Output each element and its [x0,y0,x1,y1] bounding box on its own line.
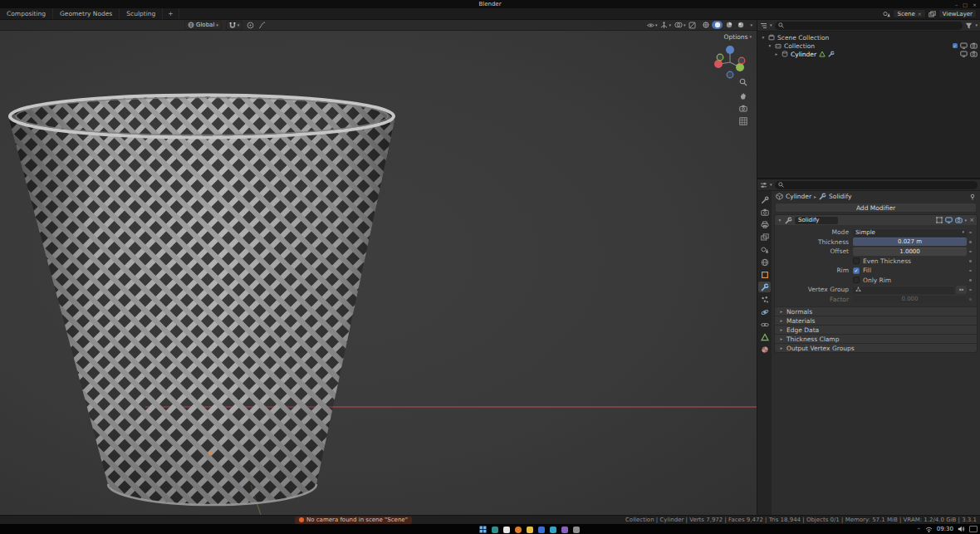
properties-tab-object[interactable] [758,269,771,280]
modifier-extras-dropdown[interactable]: ▾ [965,218,968,223]
offset-field[interactable]: 1.0000 [853,247,967,256]
workspace-tab-sculpting[interactable]: Sculpting [120,8,163,19]
taskbar-app-icon[interactable] [573,527,580,533]
properties-search-input[interactable] [775,181,978,189]
transform-orientation-dropdown[interactable]: Global ▾ [184,21,222,30]
properties-editor-icon[interactable] [760,182,767,189]
modifier-header[interactable]: ▾ Solidify ▾ × [775,215,977,225]
viewport-camera-view-icon[interactable] [739,105,747,112]
properties-tab-scene[interactable] [758,244,771,255]
tray-expand-caret[interactable]: ^ [917,527,921,532]
modifier-expand-arrow[interactable]: ▾ [777,218,782,223]
properties-tab-view-layer[interactable] [758,232,771,243]
volume-icon[interactable] [958,526,965,532]
decorator-dot[interactable] [967,232,974,234]
properties-tab-constraints[interactable] [758,319,771,330]
section-edge-data[interactable]: ▸Edge Data [775,325,977,334]
taskbar-app-icon[interactable] [550,527,556,533]
vertex-group-field[interactable] [853,286,954,294]
disable-in-render-icon[interactable] [970,51,978,57]
overlays-dropdown[interactable]: ▾ [674,22,686,28]
view-layer-selector[interactable]: ViewLayer [938,9,977,18]
thickness-field[interactable]: 0.027 m [853,238,967,246]
outliner-search-input[interactable] [775,22,963,30]
shading-solid-icon[interactable] [712,21,723,29]
realtime-toggle-icon[interactable] [945,217,953,223]
properties-tab-tool[interactable] [758,194,771,205]
taskbar-app-icon[interactable] [561,527,568,533]
viewport-ortho-grid-icon[interactable] [739,117,747,125]
proportional-editing-icon[interactable] [247,22,254,29]
shading-material-icon[interactable] [723,21,734,29]
even-thickness-checkbox[interactable] [853,257,860,264]
properties-tab-particles[interactable] [758,294,771,305]
add-workspace-button[interactable]: + [163,8,179,19]
taskbar-app-icon[interactable] [503,527,510,533]
modifier-remove-button[interactable]: × [969,217,974,223]
taskbar-app-icon[interactable] [515,527,522,533]
network-icon[interactable] [925,527,933,532]
properties-tab-physics[interactable] [758,306,771,317]
filter-icon[interactable] [965,22,973,29]
viewport-zoom-icon[interactable] [739,78,747,86]
section-thickness-clamp[interactable]: ▸Thickness Clamp [775,334,977,343]
add-modifier-button[interactable]: Add Modifier [775,203,977,213]
properties-tab-render[interactable] [758,207,771,218]
decorator-dot[interactable] [967,279,974,282]
section-normals[interactable]: ▸Normals [775,306,977,316]
properties-tab-material[interactable] [758,344,771,355]
gizmos-dropdown[interactable]: ▾ [660,22,671,29]
navigation-gizmo[interactable] [709,42,751,83]
mode-dropdown[interactable]: Simple▾ [853,228,967,237]
workspace-tab-compositing[interactable]: Compositing [0,8,53,19]
window-minimize-button[interactable]: – [955,2,958,7]
taskbar-clock[interactable]: 09:30 [937,526,953,532]
xray-toggle-icon[interactable] [688,22,696,29]
outliner-row-scene-collection[interactable]: ▾ Scene Collection [757,33,980,42]
properties-tab-output[interactable] [758,219,771,230]
shading-options-caret[interactable]: ▾ [750,23,752,27]
outliner-row-collection[interactable]: ▾ Collection ✓ [757,42,980,50]
viewport-3d[interactable]: Global ▾ ▾ ▾ ▾ [0,20,757,515]
decorator-dot[interactable] [967,270,974,272]
decorator-dot[interactable] [967,298,974,301]
section-output-vertex-groups[interactable]: ▸Output Vertex Groups [775,343,977,352]
section-materials[interactable]: ▸Materials [775,316,977,325]
decorator-dot[interactable] [967,260,974,262]
taskbar-start-button[interactable] [479,526,487,533]
hide-in-viewport-icon[interactable] [960,42,968,49]
workspace-tab-geometry-nodes[interactable]: Geometry Nodes [53,8,120,19]
taskbar-app-icon[interactable] [538,527,545,533]
collection-exclude-checkbox[interactable]: ✓ [953,43,958,48]
outliner-editor-icon[interactable] [760,22,767,29]
snapping-dropdown[interactable]: ▾ [226,21,243,30]
scene-selector[interactable]: Scene × [893,9,925,18]
decorator-dot[interactable] [967,251,974,253]
breadcrumb-modifier[interactable]: Solidify [829,193,851,200]
viewport-pan-hand-icon[interactable] [739,91,747,100]
hide-in-viewport-icon[interactable] [960,51,968,57]
disable-in-render-icon[interactable] [970,42,978,49]
only-rim-checkbox[interactable] [853,277,860,283]
taskbar-app-icon[interactable] [492,527,498,533]
edit-mode-toggle-icon[interactable] [936,217,943,223]
rim-fill-checkbox[interactable]: ✓ [853,267,860,274]
invert-vertex-group-button[interactable]: ↔ [956,286,967,294]
pin-icon[interactable] [969,194,976,200]
properties-tab-world[interactable] [758,257,771,267]
taskbar-app-icon[interactable] [527,527,533,533]
properties-tab-object-data[interactable] [758,331,771,342]
show-object-types-dropdown[interactable]: ▾ [647,22,658,28]
scene-browse-icon[interactable] [883,11,890,17]
proportional-falloff-icon[interactable] [258,22,266,29]
options-dropdown[interactable]: Options ▾ [724,33,752,41]
scene-unlink-icon[interactable]: × [918,11,922,17]
window-close-button[interactable]: × [973,2,977,7]
view-layer-icon[interactable] [929,11,936,17]
render-toggle-icon[interactable] [955,217,963,223]
decorator-dot[interactable] [967,241,974,243]
breadcrumb-object[interactable]: Cylinder [786,193,811,200]
shading-rendered-icon[interactable] [735,21,746,29]
factor-field[interactable]: 0.000 [853,295,967,303]
modifier-name-field[interactable]: Solidify [795,217,838,224]
